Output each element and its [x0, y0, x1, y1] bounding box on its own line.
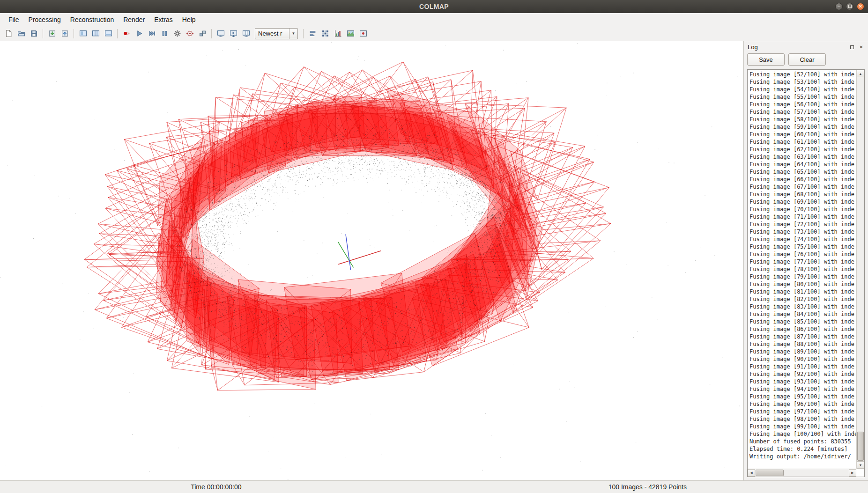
minimize-icon: –: [838, 4, 840, 9]
log-panel: Log ✕ Save Clear Fusing image [52/100] w…: [743, 41, 868, 480]
menu-reconstruction[interactable]: Reconstruction: [66, 14, 119, 25]
horizontal-scroll-thumb[interactable]: [756, 470, 784, 476]
scroll-right-arrow[interactable]: ▶: [849, 469, 856, 477]
log-output-text[interactable]: Fusing image [52/100] with inde Fusing i…: [748, 70, 856, 469]
dock-controls: ✕: [849, 44, 864, 50]
bundle-adjustment-icon: [186, 29, 194, 37]
dropdown-arrow-icon: ▼: [289, 29, 297, 39]
reconstruction-pause-button[interactable]: [158, 28, 171, 40]
open-project-button[interactable]: [15, 28, 27, 40]
reconstruction-start-button[interactable]: [133, 28, 145, 40]
scroll-up-arrow[interactable]: ▲: [857, 70, 864, 77]
database-management-button[interactable]: [102, 28, 114, 40]
reconstruction-start-icon: [135, 29, 143, 37]
show-log-button[interactable]: [306, 28, 319, 40]
menu-extras[interactable]: Extras: [149, 14, 178, 25]
render-movie-button[interactable]: [227, 28, 239, 40]
toolbar-separator: [43, 29, 43, 38]
log-panel-header: Log ✕: [747, 43, 865, 53]
reconstruction-step-button[interactable]: [146, 28, 158, 40]
log-buttons: Save Clear: [747, 53, 865, 69]
dense-reconstruction-button[interactable]: [196, 28, 208, 40]
status-bar: Time 00:00:00:00 100 Images - 42819 Poin…: [0, 480, 868, 493]
log-vertical-scrollbar[interactable]: ▲ ▼: [856, 70, 864, 469]
export-model-icon: [61, 29, 69, 37]
menu-render[interactable]: Render: [119, 14, 149, 25]
toolbar-separator: [74, 29, 74, 38]
render-reset-button[interactable]: [120, 28, 133, 40]
database-management-icon: [104, 29, 112, 37]
window-title: COLMAP: [0, 3, 868, 10]
menu-help[interactable]: Help: [178, 14, 200, 25]
log-output-area: Fusing image [52/100] with inde Fusing i…: [747, 69, 865, 477]
reconstruction-options-icon: [173, 29, 181, 37]
close-icon: ✕: [859, 4, 862, 9]
status-model-info: 100 Images - 42819 Points: [608, 483, 687, 491]
reconstruction-step-icon: [148, 29, 156, 37]
statistics-icon: [334, 29, 342, 37]
new-project-button[interactable]: [2, 28, 15, 40]
dense-reconstruction-icon: [199, 29, 207, 37]
title-bar: COLMAP – ✕: [0, 0, 868, 13]
maximize-icon: [848, 5, 852, 8]
scroll-left-arrow[interactable]: ◀: [748, 469, 755, 477]
export-model-button[interactable]: [59, 28, 71, 40]
float-icon: [850, 45, 854, 49]
render-movie-icon: [230, 29, 237, 37]
grab-image-button[interactable]: [344, 28, 356, 40]
feature-extraction-icon: [79, 29, 87, 37]
vertical-scroll-track[interactable]: [857, 77, 864, 461]
vertical-scroll-thumb[interactable]: [857, 432, 864, 461]
horizontal-scroll-track[interactable]: [755, 469, 849, 477]
toolbar: Newest r ▼: [0, 26, 868, 41]
statistics-button[interactable]: [332, 28, 344, 40]
match-matrix-button[interactable]: [319, 28, 331, 40]
main-area: Log ✕ Save Clear Fusing image [52/100] w…: [0, 41, 868, 480]
feature-extraction-button[interactable]: [77, 28, 89, 40]
menu-file[interactable]: File: [4, 14, 24, 25]
colmap-window: COLMAP – ✕ File Processing Reconstructio…: [0, 0, 868, 493]
render-reset-icon: [123, 29, 131, 37]
close-panel-icon: ✕: [859, 45, 863, 50]
close-button[interactable]: ✕: [857, 3, 864, 10]
model-selector-dropdown[interactable]: Newest r ▼: [255, 28, 298, 39]
open-project-icon: [17, 29, 25, 37]
menu-bar: File Processing Reconstruction Render Ex…: [0, 13, 868, 26]
new-project-icon: [5, 29, 13, 37]
scroll-down-arrow[interactable]: ▼: [857, 461, 864, 469]
log-clear-button[interactable]: Clear: [788, 53, 826, 66]
bundle-adjustment-button[interactable]: [184, 28, 196, 40]
maximize-button[interactable]: [846, 3, 853, 10]
render-screen-icon: [217, 29, 225, 37]
render-grid-icon: [242, 29, 250, 37]
feature-matching-icon: [92, 29, 100, 37]
render-screen-button[interactable]: [215, 28, 227, 40]
match-matrix-icon: [321, 29, 329, 37]
undock-panel-button[interactable]: [849, 44, 855, 50]
model-selector-value: Newest r: [255, 29, 289, 39]
minimize-button[interactable]: –: [835, 3, 843, 10]
status-time: Time 00:00:00:00: [191, 483, 241, 491]
grab-movie-button[interactable]: [357, 28, 369, 40]
reconstruction-options-button[interactable]: [171, 28, 183, 40]
log-save-button[interactable]: Save: [747, 53, 785, 66]
import-model-button[interactable]: [46, 28, 58, 40]
model-viewport[interactable]: [0, 41, 743, 480]
grab-movie-icon: [359, 29, 367, 37]
show-log-icon: [309, 29, 317, 37]
toolbar-separator: [211, 29, 212, 38]
menu-processing[interactable]: Processing: [24, 14, 66, 25]
feature-matching-button[interactable]: [89, 28, 102, 40]
toolbar-separator: [117, 29, 118, 38]
window-controls: – ✕: [835, 0, 864, 13]
reconstruction-pause-icon: [161, 29, 169, 37]
import-model-icon: [48, 29, 56, 37]
close-panel-button[interactable]: ✕: [858, 44, 864, 50]
3d-canvas[interactable]: [0, 41, 743, 480]
save-project-button[interactable]: [28, 28, 40, 40]
toolbar-separator: [303, 29, 304, 38]
grab-image-icon: [347, 29, 355, 37]
log-horizontal-scrollbar[interactable]: ◀ ▶: [748, 469, 856, 477]
render-grid-button[interactable]: [240, 28, 252, 40]
save-project-icon: [30, 29, 38, 37]
